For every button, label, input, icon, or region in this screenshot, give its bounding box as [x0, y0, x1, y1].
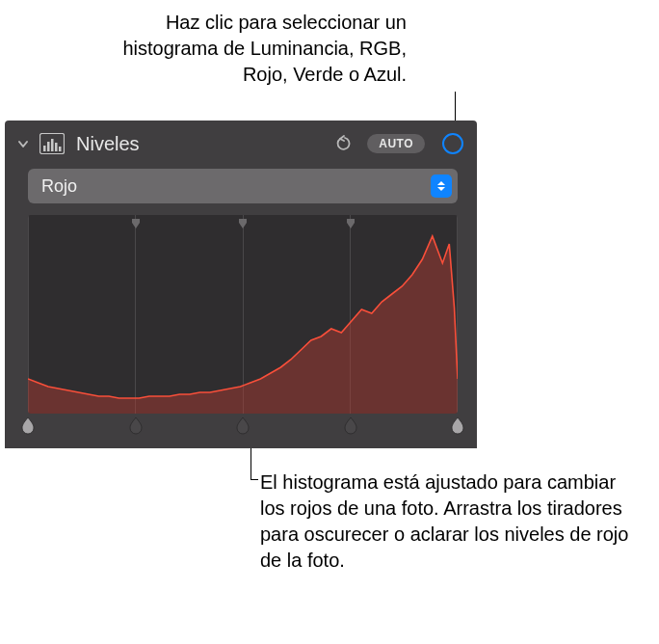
callout-top: Haz clic para seleccionar un histograma …	[98, 10, 407, 88]
channel-select[interactable]: Rojo	[28, 169, 458, 203]
histogram-chart	[28, 215, 458, 414]
levels-panel: Niveles AUTO Rojo	[5, 121, 477, 448]
callout-leader-bottom-h	[250, 479, 258, 480]
svg-rect-5	[59, 147, 62, 151]
histogram	[28, 215, 458, 414]
handle-track	[28, 414, 458, 437]
levels-icon	[40, 133, 65, 154]
level-handle[interactable]	[20, 416, 36, 435]
channel-select-value: Rojo	[41, 176, 431, 197]
panel-title: Niveles	[76, 133, 327, 155]
level-handle[interactable]	[450, 416, 465, 435]
panel-header: Niveles AUTO	[5, 121, 477, 167]
callout-bottom: El histograma está ajustado para cambiar…	[260, 470, 646, 574]
channel-select-row: Rojo	[5, 167, 477, 211]
disclosure-chevron-icon[interactable]	[16, 137, 30, 150]
svg-rect-2	[47, 142, 50, 151]
auto-button[interactable]: AUTO	[367, 134, 425, 153]
level-handle[interactable]	[343, 416, 358, 435]
svg-rect-1	[43, 146, 46, 151]
svg-rect-4	[55, 143, 58, 151]
select-stepper-icon	[431, 174, 452, 198]
enable-toggle[interactable]	[442, 133, 463, 154]
level-handle[interactable]	[235, 416, 250, 435]
reset-icon[interactable]	[336, 135, 354, 152]
svg-rect-3	[51, 139, 54, 151]
level-handle[interactable]	[128, 416, 144, 435]
